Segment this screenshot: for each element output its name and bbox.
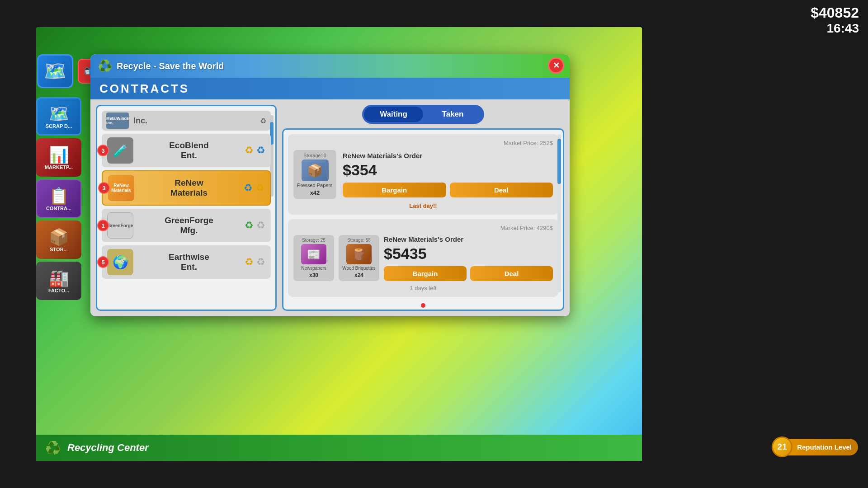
factory-icon: 🏭 — [49, 269, 69, 288]
order2-company: ReNew Materials's Order — [384, 235, 553, 243]
newspapers-icon: 📰 — [301, 244, 326, 264]
contracts-header: CONTRACTS — [90, 78, 570, 99]
order2-item-newspapers: Storage: 25 📰 Newspapers x30 — [293, 235, 334, 281]
close-button[interactable]: ✕ — [548, 57, 564, 74]
order1-item1-storage: Storage: 0 — [303, 153, 326, 158]
earthwise-name: EarthwiseEnt. — [139, 252, 239, 272]
sidebar-item-contracts[interactable]: 📋 CONTRA... — [36, 179, 81, 218]
order1-item1-name: Pressed Papers — [297, 183, 332, 188]
order1-bargain-button[interactable]: Bargain — [343, 183, 446, 197]
pressed-papers-icon: 📦 — [302, 160, 329, 181]
earthwise-badge: 5 — [97, 256, 109, 268]
order1-deadline: Last day!! — [293, 202, 553, 209]
order2-deadline: 1 days left — [293, 285, 553, 291]
top-status-bar: $40852 16:43 — [811, 5, 859, 36]
bottom-bar: ♻️ Recycling Center — [36, 435, 642, 461]
tab-waiting[interactable]: Waiting — [364, 107, 423, 122]
ecoblend-logo: 🧪 — [107, 137, 133, 164]
order2-item1-storage: Storage: 25 — [302, 238, 326, 243]
sidebar-item-storage[interactable]: 📦 STOR... — [36, 221, 81, 259]
tab-taken[interactable]: Taken — [423, 107, 482, 122]
nav-map-icon[interactable]: 🗺️ — [37, 54, 73, 88]
ecoblend-name: EcoBlendEnt. — [139, 141, 239, 160]
window-titlebar: ♻️ Recycle - Save the World ✕ — [90, 54, 570, 78]
order1-price: $354 — [343, 161, 553, 179]
order-card-2: Market Price: 4290$ Storage: 25 📰 Newspa… — [288, 219, 558, 297]
order1-market-price: Market Price: 252$ — [293, 140, 553, 146]
ecoblend-recycling-icons: ♻ ♻ — [245, 145, 265, 156]
reputation-bar: 21 Reputation Level — [772, 436, 858, 457]
greenforge-logo: GreenForge — [107, 212, 133, 239]
sidebar-item-factory[interactable]: 🏭 FACTO... — [36, 262, 81, 300]
sidebar-item-market[interactable]: 📊 MARKETP... — [36, 138, 81, 177]
contracts-title: CONTRACTS — [99, 82, 189, 96]
market-icon: 📊 — [49, 145, 69, 164]
order2-item2-qty: x24 — [354, 272, 363, 278]
renew-logo: ReNew Materials — [108, 175, 134, 201]
sidebar-market-label: MARKETP... — [45, 164, 73, 170]
map-icon: 🗺️ — [49, 104, 69, 123]
earthwise-logo: 🌍 — [107, 249, 133, 275]
orders-scrollbar[interactable] — [557, 134, 561, 292]
renew-badge: 3 — [98, 182, 110, 194]
order2-market-price: Market Price: 4290$ — [293, 225, 553, 231]
recycling-center-label: Recycling Center — [67, 442, 149, 454]
earthwise-recycling-icons: ♻ ♻ — [245, 256, 265, 268]
order2-price: $5435 — [384, 245, 553, 263]
main-window: ♻️ Recycle - Save the World ✕ CONTRACTS … — [90, 54, 570, 316]
greenforge-name: GreenForgeMfg. — [139, 216, 239, 235]
bottom-recycle-icon: ♻️ — [45, 441, 61, 455]
sidebar-factory-label: FACTO... — [48, 288, 69, 293]
renew-recycling-icons: ♻ ♻ — [244, 182, 264, 194]
order1-item-pressed-papers: Storage: 0 📦 Pressed Papers x42 — [293, 150, 336, 199]
sidebar-item-map[interactable]: 🗺️ SCRAP D... — [36, 97, 81, 136]
greenforge-recycling-icons: ♻ ♻ — [245, 220, 265, 231]
money-display: $40852 — [811, 5, 859, 21]
renew-name: ReNewMaterials — [140, 178, 238, 198]
orders-container: Market Price: 252$ Storage: 0 📦 Pressed … — [282, 128, 564, 311]
tab-bar: Waiting Taken — [362, 105, 484, 124]
time-display: 16:43 — [811, 21, 859, 36]
order1-item1-qty: x42 — [310, 189, 320, 196]
window-title-text: Recycle - Save the World — [117, 61, 224, 71]
metalwinds-name: Inc. — [133, 116, 147, 126]
greenforge-badge: 1 — [97, 220, 109, 231]
reputation-level-label: Reputation Level — [788, 439, 858, 455]
order2-deal-button[interactable]: Deal — [470, 266, 553, 281]
company-item-ecoblend[interactable]: 3 🧪 EcoBlendEnt. ♻ ♻ — [102, 134, 271, 167]
sidebar-map-label: SCRAP D... — [46, 123, 72, 129]
sidebar-storage-label: STOR... — [50, 247, 68, 252]
order1-deal-button[interactable]: Deal — [450, 183, 553, 197]
company-item-greenforge[interactable]: 1 GreenForge GreenForgeMfg. ♻ ♻ — [102, 209, 271, 242]
orders-panel: Waiting Taken Market Price: 252$ Storage… — [282, 105, 564, 311]
window-body: MetalWinds Inc. Inc. ♻ 3 🧪 EcoBlendEnt. … — [90, 99, 570, 316]
window-title-recycle-icon: ♻️ — [98, 59, 112, 73]
wood-briquettes-icon: 🪵 — [346, 244, 372, 264]
order2-item2-storage: Storage: 58 — [347, 238, 371, 243]
contracts-icon: 📋 — [49, 187, 69, 206]
company-list-panel: MetalWinds Inc. Inc. ♻ 3 🧪 EcoBlendEnt. … — [96, 105, 277, 311]
order2-item1-qty: x30 — [309, 272, 318, 278]
sidebar-contracts-label: CONTRA... — [46, 206, 71, 211]
scroll-indicator — [288, 301, 558, 310]
order2-item-wood-briquettes: Storage: 58 🪵 Wood Briquettes x24 — [339, 235, 379, 281]
order-card-1: Market Price: 252$ Storage: 0 📦 Pressed … — [288, 134, 558, 215]
storage-icon: 📦 — [49, 228, 69, 247]
order2-item2-name: Wood Briquettes — [342, 266, 376, 271]
order2-bargain-button[interactable]: Bargain — [384, 266, 467, 281]
order2-info: ReNew Materials's Order $5435 Bargain De… — [384, 235, 553, 281]
metalwinds-logo: MetalWinds Inc. — [106, 113, 129, 129]
order1-company: ReNew Materials's Order — [343, 152, 553, 160]
reputation-level-circle: 21 — [772, 436, 793, 457]
company-item-renew[interactable]: 3 ReNew Materials ReNewMaterials ♻ ♻ — [102, 170, 271, 206]
order1-info: ReNew Materials's Order $354 Bargain Dea… — [343, 152, 553, 197]
ecoblend-badge: 3 — [97, 145, 109, 156]
company-item-metalwinds-partial[interactable]: MetalWinds Inc. Inc. ♻ — [102, 111, 271, 131]
company-item-earthwise[interactable]: 5 🌍 EarthwiseEnt. ♻ ♻ — [102, 245, 271, 279]
order2-item1-name: Newspapers — [301, 266, 326, 271]
